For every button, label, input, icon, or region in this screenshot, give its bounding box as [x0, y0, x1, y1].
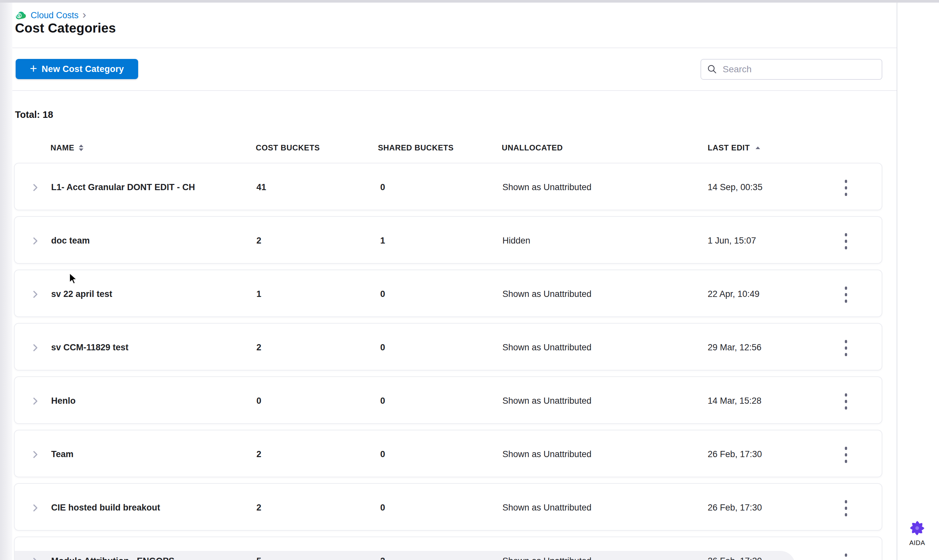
row-cost-buckets: 2	[256, 502, 261, 513]
expand-chevron-icon[interactable]	[32, 236, 39, 247]
page-title: Cost Categories	[15, 21, 116, 35]
row-name: Henlo	[51, 395, 76, 406]
row-unallocated: Shown as Unattributed	[503, 342, 591, 352]
search-box[interactable]	[700, 59, 882, 80]
row-name: Module Attribution - ENGOPS	[51, 556, 174, 560]
breadcrumb: $ Cloud Costs ›	[15, 9, 86, 22]
table-row[interactable]: Module Attribution - ENGOPS 5 2 Shown as…	[14, 537, 882, 560]
expand-chevron-icon[interactable]	[32, 450, 39, 460]
row-menu-kebab-icon[interactable]	[841, 393, 851, 410]
row-menu-kebab-icon[interactable]	[841, 553, 851, 560]
table-row[interactable]: Team 2 0 Shown as Unattributed 26 Feb, 1…	[14, 430, 882, 477]
left-edge-gutter	[0, 3, 12, 560]
aida-assistant-button[interactable]: AIDA	[906, 520, 928, 547]
row-cost-buckets: 2	[256, 342, 261, 352]
row-cost-buckets: 41	[256, 182, 266, 192]
row-last-edit: 22 Apr, 10:49	[708, 289, 760, 299]
row-cost-buckets: 0	[256, 395, 261, 406]
column-header-name[interactable]: NAME	[51, 143, 83, 152]
row-name: sv CCM-11829 test	[51, 342, 128, 352]
table-row[interactable]: sv CCM-11829 test 2 0 Shown as Unattribu…	[14, 323, 882, 371]
new-cost-category-label: New Cost Category	[42, 64, 124, 74]
expand-chevron-icon[interactable]	[32, 557, 39, 560]
breadcrumb-link-cloud-costs[interactable]: Cloud Costs	[31, 11, 79, 20]
expand-chevron-icon[interactable]	[32, 503, 39, 514]
row-menu-kebab-icon[interactable]	[841, 339, 851, 357]
total-label: Total:	[15, 109, 40, 120]
row-shared-buckets: 2	[380, 556, 385, 560]
row-last-edit: 29 Mar, 12:56	[708, 342, 762, 352]
row-unallocated: Shown as Unattributed	[503, 182, 591, 192]
table-header: NAME COST BUCKETS SHARED BUCKETS UNALLOC…	[12, 142, 897, 155]
row-shared-buckets: 0	[380, 449, 385, 459]
column-header-cost-buckets[interactable]: COST BUCKETS	[256, 143, 320, 152]
row-unallocated: Hidden	[503, 235, 530, 246]
total-value: 18	[43, 109, 53, 120]
aida-flower-icon	[909, 520, 926, 537]
top-scrollbar-track	[0, 0, 939, 3]
row-cost-buckets: 2	[256, 449, 261, 459]
svg-text:$: $	[18, 13, 20, 18]
row-name: L1- Acct Granular DONT EDIT - CH	[51, 182, 195, 192]
row-shared-buckets: 0	[380, 395, 385, 406]
row-shared-buckets: 0	[380, 502, 385, 513]
total-count: Total: 18	[15, 109, 53, 120]
column-header-last-edit[interactable]: LAST EDIT	[708, 143, 760, 152]
main-content-panel: $ Cloud Costs › Cost Categories + New Co…	[12, 3, 897, 560]
row-menu-kebab-icon[interactable]	[841, 500, 851, 517]
row-menu-kebab-icon[interactable]	[841, 179, 851, 197]
row-menu-kebab-icon[interactable]	[841, 286, 851, 303]
expand-chevron-icon[interactable]	[32, 343, 39, 354]
mouse-cursor	[68, 272, 79, 286]
table-row[interactable]: CIE hosted build breakout 2 0 Shown as U…	[14, 483, 882, 531]
new-cost-category-button[interactable]: + New Cost Category	[15, 59, 138, 79]
column-header-unallocated[interactable]: UNALLOCATED	[502, 143, 563, 152]
row-cost-buckets: 1	[256, 289, 261, 299]
cloud-costs-icon: $	[15, 11, 27, 20]
row-last-edit: 26 Feb, 17:30	[708, 502, 762, 513]
sort-both-icon[interactable]	[79, 145, 83, 151]
row-name: sv 22 april test	[51, 289, 113, 299]
row-shared-buckets: 0	[380, 289, 385, 299]
table-row[interactable]: L1- Acct Granular DONT EDIT - CH 41 0 Sh…	[14, 163, 882, 210]
aida-label: AIDA	[909, 539, 925, 547]
row-name: doc team	[51, 235, 90, 246]
row-shared-buckets: 1	[380, 235, 385, 246]
row-unallocated: Shown as Unattributed	[503, 395, 591, 406]
row-name: Team	[51, 449, 74, 459]
row-last-edit: 26 Feb, 17:30	[708, 556, 762, 560]
plus-icon: +	[30, 62, 37, 75]
breadcrumb-chevron-icon: ›	[82, 9, 86, 19]
expand-chevron-icon[interactable]	[32, 397, 39, 407]
sort-ascending-icon	[756, 146, 760, 149]
row-last-edit: 26 Feb, 17:30	[708, 449, 762, 459]
expand-chevron-icon[interactable]	[32, 290, 39, 300]
row-menu-kebab-icon[interactable]	[841, 446, 851, 464]
row-shared-buckets: 0	[380, 182, 385, 192]
column-header-shared-buckets[interactable]: SHARED BUCKETS	[378, 143, 453, 152]
table-row[interactable]: doc team 2 1 Hidden 1 Jun, 15:07	[14, 216, 882, 264]
row-cost-buckets: 5	[256, 556, 261, 560]
row-unallocated: Shown as Unattributed	[503, 502, 591, 513]
header-divider	[12, 48, 897, 48]
expand-chevron-icon[interactable]	[32, 183, 39, 193]
row-last-edit: 1 Jun, 15:07	[708, 235, 756, 246]
toolbar-divider	[12, 90, 897, 91]
row-menu-kebab-icon[interactable]	[841, 232, 851, 250]
row-unallocated: Shown as Unattributed	[503, 289, 591, 299]
table-row[interactable]: Henlo 0 0 Shown as Unattributed 14 Mar, …	[14, 376, 882, 424]
row-shared-buckets: 0	[380, 342, 385, 352]
row-last-edit: 14 Mar, 15:28	[708, 395, 762, 406]
search-input[interactable]	[722, 64, 876, 75]
row-cost-buckets: 2	[256, 235, 261, 246]
row-unallocated: Shown as Unattributed	[503, 449, 591, 459]
row-last-edit: 14 Sep, 00:35	[708, 182, 762, 192]
row-unallocated: Shown as Unattributed	[503, 556, 591, 560]
table-row[interactable]: sv 22 april test 1 0 Shown as Unattribut…	[14, 269, 882, 317]
row-name: CIE hosted build breakout	[51, 502, 160, 513]
search-icon	[707, 64, 717, 75]
